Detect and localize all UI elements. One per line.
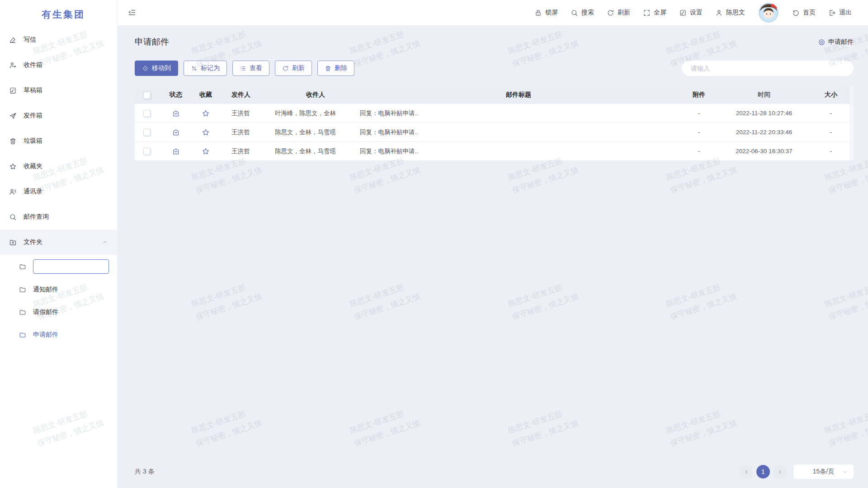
user-avatar[interactable] xyxy=(759,3,778,23)
content-area: 申请邮件 申请邮件 移动到标记为查看刷新删除 状态收藏发件人收件人邮件标题附件时… xyxy=(118,25,868,488)
sidebar-folder-notice-mail[interactable]: 通知邮件 xyxy=(0,278,117,301)
status-read-icon xyxy=(172,109,180,117)
subject-cell: 回复：电脑补贴申请.. xyxy=(359,128,678,136)
sidebar-item-inbox[interactable]: 收件箱 xyxy=(0,52,117,78)
topbar-item-logout[interactable]: 退出 xyxy=(828,9,852,17)
attachment-cell: - xyxy=(678,129,720,136)
topbar-item-label: 首页 xyxy=(803,9,816,17)
sidebar-item-compose[interactable]: 写信 xyxy=(0,27,117,52)
breadcrumb[interactable]: 申请邮件 xyxy=(818,38,854,46)
favorite-star[interactable] xyxy=(202,128,210,136)
chevron-left-icon xyxy=(744,469,750,475)
sidebar-item-label: 草稿箱 xyxy=(24,86,42,94)
column-header-size: 大小 xyxy=(808,91,854,99)
recipients-cell: 叶海峰，陈思文，全林 xyxy=(272,109,359,117)
folder-plus-icon xyxy=(9,239,17,246)
mail-search-input[interactable] xyxy=(682,61,854,76)
recipients-cell: 陈思文，全林，马雪瑶 xyxy=(272,128,359,136)
sender-cell: 王洪哲 xyxy=(219,109,272,117)
topbar-item-search[interactable]: 搜索 xyxy=(571,9,594,17)
sidebar-item-label: 收藏夹 xyxy=(24,162,42,170)
sidebar-item-favorites[interactable]: 收藏夹 xyxy=(0,154,117,179)
refresh-icon xyxy=(607,9,614,17)
recipients-cell: 陈思文，全林，马雪瑶 xyxy=(272,147,359,155)
sidebar: 有生集团 写信收件箱草稿箱发件箱垃圾箱收藏夹通讯录邮件查询文件夹通知邮件请假邮件… xyxy=(0,0,118,488)
time-cell: 2022-11-28 10:27:46 xyxy=(720,110,808,117)
sender-cell: 王洪哲 xyxy=(219,147,272,155)
folder-icon xyxy=(19,331,26,338)
sidebar-item-label: 垃圾箱 xyxy=(24,137,42,145)
attachment-cell: - xyxy=(678,148,720,155)
column-header-subject: 邮件标题 xyxy=(359,91,678,99)
new-folder-input[interactable] xyxy=(33,259,109,274)
sidebar-item-mail-query[interactable]: 邮件查询 xyxy=(0,204,117,230)
mark-as-button[interactable]: 标记为 xyxy=(184,61,227,76)
prev-page-button[interactable] xyxy=(740,465,753,478)
send-icon xyxy=(9,112,17,120)
topbar-item-fullscreen[interactable]: 全屏 xyxy=(643,9,666,17)
select-all-checkbox[interactable] xyxy=(143,92,151,99)
page-size-select[interactable]: 15条/页 xyxy=(793,465,854,479)
column-header-time: 时间 xyxy=(720,91,808,99)
row-checkbox[interactable] xyxy=(143,129,151,136)
topbar-item-refresh[interactable]: 刷新 xyxy=(607,9,630,17)
size-cell: - xyxy=(808,110,854,117)
sidebar-folder-apply-mail[interactable]: 申请邮件 xyxy=(0,324,117,346)
topbar-item-label: 设置 xyxy=(690,9,703,17)
user-icon xyxy=(715,9,723,17)
sidebar-item-drafts[interactable]: 草稿箱 xyxy=(0,78,117,103)
new-folder-row xyxy=(0,255,117,278)
app-logo: 有生集团 xyxy=(0,0,117,27)
topbar-item-home[interactable]: 首页 xyxy=(792,9,816,17)
row-checkbox[interactable] xyxy=(143,110,151,117)
table-row[interactable]: 王洪哲叶海峰，陈思文，全林回复：电脑补贴申请..-2022-11-28 10:2… xyxy=(135,104,854,123)
time-cell: 2022-06-30 16:30:37 xyxy=(720,148,808,155)
folder-icon xyxy=(19,309,26,316)
search-icon xyxy=(9,213,17,221)
app-root: 有生集团 写信收件箱草稿箱发件箱垃圾箱收藏夹通讯录邮件查询文件夹通知邮件请假邮件… xyxy=(0,0,868,488)
status-read-icon xyxy=(172,147,180,155)
collapse-sidebar-button[interactable] xyxy=(127,8,137,17)
topbar-item-lock-screen[interactable]: 锁屏 xyxy=(534,9,558,17)
sidebar-item-sent[interactable]: 发件箱 xyxy=(0,103,117,128)
table-row[interactable]: 王洪哲陈思文，全林，马雪瑶回复：电脑补贴申请..-2022-11-22 20:3… xyxy=(135,123,854,142)
attachment-cell: - xyxy=(678,110,720,117)
size-cell: - xyxy=(808,129,854,136)
table-row[interactable]: 王洪哲陈思文，全林，马雪瑶回复：电脑补贴申请..-2022-06-30 16:3… xyxy=(135,142,854,161)
button-label: 标记为 xyxy=(201,64,220,72)
current-page[interactable]: 1 xyxy=(756,465,770,479)
column-header-attachment: 附件 xyxy=(678,91,720,99)
move-to-button[interactable]: 移动到 xyxy=(135,61,178,76)
sidebar-folder-leave-mail[interactable]: 请假邮件 xyxy=(0,301,117,324)
favorite-star[interactable] xyxy=(202,147,210,155)
sidebar-item-folders[interactable]: 文件夹 xyxy=(0,230,117,255)
settings-icon xyxy=(679,9,687,17)
location-icon xyxy=(818,38,826,46)
topbar: 锁屏搜索刷新全屏设置陈思文首页退出 xyxy=(118,0,868,25)
favorite-star[interactable] xyxy=(202,109,210,117)
pagination: 1 15条/页 xyxy=(740,465,854,479)
view-button[interactable]: 查看 xyxy=(232,61,269,76)
topbar-item-label: 搜索 xyxy=(581,9,594,17)
sender-cell: 王洪哲 xyxy=(219,128,272,136)
star-icon xyxy=(202,128,210,136)
toolbar-buttons: 移动到标记为查看刷新删除 xyxy=(135,61,354,76)
column-header-recipients: 收件人 xyxy=(272,91,359,99)
sidebar-item-junk[interactable]: 垃圾箱 xyxy=(0,128,117,154)
next-page-button[interactable] xyxy=(774,465,786,478)
folder-label: 通知邮件 xyxy=(33,286,58,294)
delete-button[interactable]: 删除 xyxy=(317,61,354,76)
star-icon xyxy=(202,109,210,117)
button-label: 删除 xyxy=(335,64,347,72)
footer: 共 3 条 1 15条/页 xyxy=(135,462,854,482)
sidebar-item-label: 发件箱 xyxy=(24,112,42,120)
topbar-item-settings[interactable]: 设置 xyxy=(679,9,703,17)
sidebar-item-contacts[interactable]: 通讯录 xyxy=(0,179,117,204)
topbar-item-current-user[interactable]: 陈思文 xyxy=(715,9,745,17)
topbar-item-label: 退出 xyxy=(839,9,852,17)
status-read-icon xyxy=(172,128,180,136)
row-checkbox[interactable] xyxy=(143,148,151,155)
chevron-down-icon xyxy=(842,469,848,475)
refresh-button[interactable]: 刷新 xyxy=(275,61,312,76)
folder-label: 申请邮件 xyxy=(33,331,58,339)
